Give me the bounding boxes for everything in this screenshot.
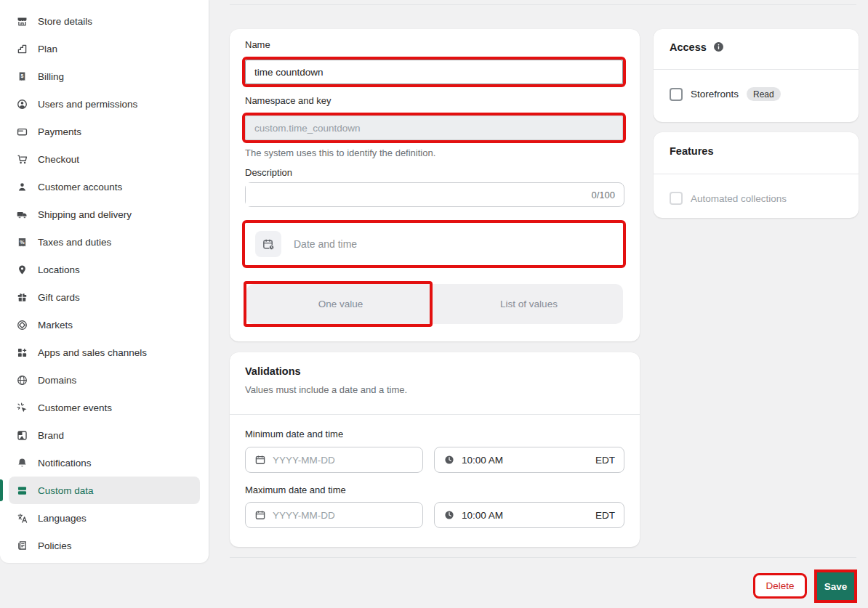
list-of-values-label: List of values — [500, 299, 558, 309]
validations-subtitle: Values must include a date and a time. — [245, 384, 407, 395]
sidebar-item-customer-events[interactable]: Customer events — [9, 394, 200, 421]
sidebar-item-label: Payments — [38, 126, 81, 137]
notifications-bell-icon — [16, 457, 28, 469]
description-field: 0/100 — [245, 182, 624, 207]
sidebar-item-billing[interactable]: $ Billing — [9, 62, 200, 90]
sidebar-item-policies[interactable]: Policies — [9, 532, 200, 559]
name-input[interactable] — [245, 60, 623, 84]
markets-icon — [16, 319, 28, 331]
storefronts-checkbox[interactable] — [670, 88, 683, 101]
languages-icon — [16, 512, 28, 524]
sidebar-item-label: Users and permissions — [38, 99, 137, 110]
sidebar-item-brand[interactable]: Brand — [9, 421, 200, 449]
customer-events-icon — [16, 402, 28, 414]
clock-icon — [443, 509, 455, 521]
billing-icon: $ — [16, 70, 28, 83]
sidebar-item-label: Custom data — [38, 485, 94, 496]
sidebar-item-users-permissions[interactable]: Users and permissions — [9, 90, 200, 118]
min-time-field[interactable]: 10:00 AM EDT — [434, 447, 624, 473]
sidebar-item-label: Policies — [38, 540, 72, 551]
sidebar-item-label: Taxes and duties — [38, 237, 111, 248]
save-annotation-box: Save — [814, 570, 857, 603]
min-time-value: 10:00 AM — [462, 455, 503, 466]
sidebar-item-store-details[interactable]: Store details — [9, 7, 200, 35]
sidebar-item-payments[interactable]: Payments — [9, 118, 200, 145]
settings-sidebar: Store details Plan $ Billing Users and p… — [0, 0, 209, 563]
features-divider — [654, 174, 859, 174]
type-annotation-box: Date and time — [242, 220, 626, 268]
custom-data-icon — [16, 485, 28, 497]
sidebar-item-label: Notifications — [38, 458, 92, 469]
max-date-field — [245, 502, 423, 528]
max-datetime-label: Maximum date and time — [245, 485, 346, 495]
sidebar-item-label: Markets — [38, 320, 73, 331]
description-input[interactable] — [246, 183, 591, 206]
description-counter: 0/100 — [591, 190, 624, 200]
checkout-cart-icon — [16, 153, 28, 166]
svg-text:%: % — [20, 238, 25, 245]
description-label: Description — [245, 167, 292, 178]
sidebar-item-apps-sales-channels[interactable]: Apps and sales channels — [9, 339, 200, 366]
gift-cards-icon — [16, 291, 28, 304]
sidebar-item-shipping-delivery[interactable]: Shipping and delivery — [9, 200, 200, 228]
sidebar-item-languages[interactable]: Languages — [9, 504, 200, 532]
cardinality-segmented-control: One value List of values — [246, 284, 623, 324]
calendar-icon — [254, 454, 266, 466]
plan-icon — [16, 43, 28, 55]
max-time-value: 10:00 AM — [462, 510, 503, 521]
sidebar-item-domains[interactable]: Domains — [9, 366, 200, 394]
one-value-option[interactable]: One value — [246, 284, 435, 324]
save-button[interactable]: Save — [817, 572, 854, 600]
max-time-field[interactable]: 10:00 AM EDT — [434, 502, 624, 528]
max-date-input[interactable] — [273, 510, 414, 521]
automated-collections-label: Automated collections — [691, 193, 787, 204]
top-divider — [230, 4, 856, 5]
calendar-clock-icon — [255, 231, 281, 257]
automated-collections-checkbox — [670, 192, 683, 205]
sidebar-item-label: Plan — [38, 44, 57, 54]
clock-icon — [443, 454, 455, 466]
sidebar-item-label: Apps and sales channels — [38, 347, 147, 358]
policies-icon — [16, 540, 28, 552]
shipping-truck-icon — [16, 208, 28, 221]
sidebar-item-checkout[interactable]: Checkout — [9, 145, 200, 173]
list-of-values-option[interactable]: List of values — [435, 284, 623, 324]
delete-button[interactable]: Delete — [753, 573, 807, 599]
sidebar-item-label: Domains — [38, 375, 76, 386]
taxes-icon: % — [16, 236, 28, 248]
sidebar-item-gift-cards[interactable]: Gift cards — [9, 283, 200, 311]
sidebar-item-label: Billing — [38, 71, 64, 82]
validations-card: Validations Values must include a date a… — [230, 352, 640, 547]
calendar-icon — [254, 509, 266, 521]
sidebar-item-label: Locations — [38, 264, 80, 275]
sidebar-item-plan[interactable]: Plan — [9, 35, 200, 62]
brand-icon — [16, 429, 28, 442]
validations-title: Validations — [245, 365, 301, 377]
domains-globe-icon — [16, 374, 28, 386]
content-type-selector[interactable]: Date and time — [245, 223, 623, 265]
min-date-field — [245, 447, 423, 473]
sidebar-item-markets[interactable]: Markets — [9, 311, 200, 339]
access-title: Access — [670, 41, 707, 53]
sidebar-item-locations[interactable]: Locations — [9, 256, 200, 283]
customer-accounts-icon — [16, 181, 28, 193]
access-card: Access Storefronts Read — [654, 29, 859, 122]
min-date-input[interactable] — [273, 455, 414, 466]
sidebar-item-taxes-duties[interactable]: % Taxes and duties — [9, 228, 200, 256]
storefronts-label: Storefronts — [691, 89, 739, 100]
sidebar-item-custom-data[interactable]: Custom data — [9, 477, 200, 504]
sidebar-item-customer-accounts[interactable]: Customer accounts — [9, 173, 200, 200]
info-icon[interactable] — [712, 41, 725, 53]
sidebar-item-label: Shipping and delivery — [38, 209, 132, 220]
users-icon — [16, 98, 28, 110]
sidebar-item-notifications[interactable]: Notifications — [9, 449, 200, 477]
validations-divider — [230, 414, 640, 415]
namespace-input — [245, 115, 623, 140]
sidebar-item-label: Gift cards — [38, 292, 80, 303]
definition-card: Name Namespace and key The system uses t… — [230, 29, 640, 341]
active-item-indicator — [0, 479, 3, 501]
sidebar-item-label: Customer events — [38, 402, 112, 413]
sidebar-item-label: Store details — [38, 16, 92, 27]
namespace-label: Namespace and key — [245, 95, 331, 106]
read-badge: Read — [747, 87, 781, 101]
